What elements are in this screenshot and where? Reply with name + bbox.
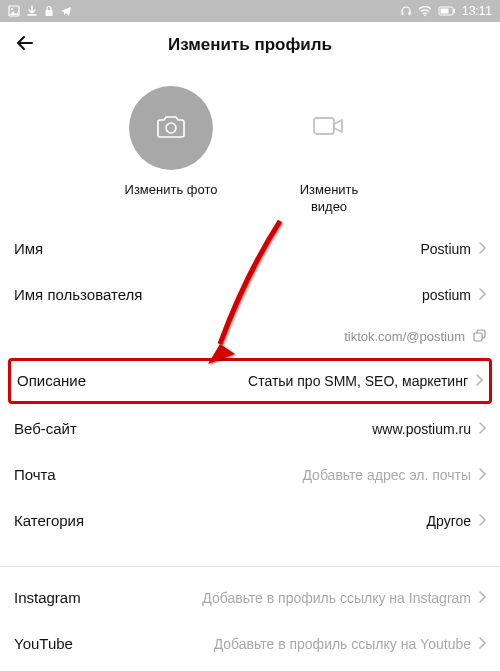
row-website[interactable]: Веб-сайт www.postium.ru bbox=[14, 406, 486, 452]
media-row: Изменить фото Изменить видео bbox=[0, 68, 500, 226]
row-name-label: Имя bbox=[14, 240, 43, 257]
chevron-right-icon bbox=[479, 241, 486, 257]
change-photo-label: Изменить фото bbox=[125, 182, 218, 199]
row-instagram-label: Instagram bbox=[14, 589, 81, 606]
row-username-label: Имя пользователя bbox=[14, 286, 142, 303]
gallery-icon bbox=[8, 5, 20, 17]
row-website-label: Веб-сайт bbox=[14, 420, 77, 437]
row-youtube[interactable]: YouTube Добавьте в профиль ссылку на You… bbox=[14, 621, 486, 667]
headphones-icon bbox=[400, 5, 412, 17]
chevron-right-icon bbox=[479, 467, 486, 483]
chevron-right-icon bbox=[476, 373, 483, 389]
battery-icon bbox=[438, 6, 456, 16]
row-category[interactable]: Категория Другое bbox=[14, 498, 486, 544]
row-profile-url-value: tiktok.com/@postium bbox=[344, 329, 465, 344]
copy-icon bbox=[473, 329, 486, 345]
page-title: Изменить профиль bbox=[0, 35, 500, 55]
video-placeholder bbox=[287, 86, 371, 170]
telegram-icon bbox=[60, 5, 72, 17]
row-bio-label: Описание bbox=[17, 372, 86, 389]
video-icon bbox=[312, 114, 346, 142]
lock-icon bbox=[44, 5, 54, 17]
download-icon bbox=[26, 5, 38, 17]
chevron-right-icon bbox=[479, 287, 486, 303]
svg-rect-3 bbox=[401, 12, 403, 15]
header: Изменить профиль bbox=[0, 22, 500, 68]
svg-rect-4 bbox=[408, 12, 410, 15]
settings-list: Имя Postium Имя пользователя postium tik… bbox=[0, 226, 500, 667]
status-bar: 13:11 bbox=[0, 0, 500, 22]
avatar-placeholder bbox=[129, 86, 213, 170]
chevron-right-icon bbox=[479, 636, 486, 652]
row-username-value: postium bbox=[422, 287, 471, 303]
row-email-label: Почта bbox=[14, 466, 56, 483]
camera-icon bbox=[156, 113, 186, 143]
row-category-label: Категория bbox=[14, 512, 84, 529]
chevron-right-icon bbox=[479, 513, 486, 529]
svg-point-9 bbox=[166, 123, 176, 133]
chevron-right-icon bbox=[479, 421, 486, 437]
row-name-value: Postium bbox=[420, 241, 471, 257]
row-name[interactable]: Имя Postium bbox=[14, 226, 486, 272]
svg-rect-2 bbox=[46, 10, 53, 16]
status-time: 13:11 bbox=[462, 4, 492, 18]
row-email-placeholder: Добавьте адрес эл. почты bbox=[302, 467, 471, 483]
svg-rect-7 bbox=[440, 9, 448, 14]
change-video-button[interactable]: Изменить видео bbox=[274, 86, 384, 216]
back-button[interactable] bbox=[14, 32, 36, 58]
row-instagram-placeholder: Добавьте в профиль ссылку на Instagram bbox=[202, 590, 471, 606]
chevron-right-icon bbox=[479, 590, 486, 606]
svg-point-1 bbox=[11, 8, 13, 10]
svg-rect-10 bbox=[314, 118, 334, 134]
svg-point-5 bbox=[424, 15, 426, 17]
row-youtube-placeholder: Добавьте в профиль ссылку на Youtube bbox=[214, 636, 471, 652]
row-username[interactable]: Имя пользователя postium bbox=[14, 272, 486, 318]
row-youtube-label: YouTube bbox=[14, 635, 73, 652]
change-photo-button[interactable]: Изменить фото bbox=[116, 86, 226, 216]
row-bio[interactable]: Описание Статьи про SMM, SEO, маркетинг bbox=[8, 358, 492, 404]
row-bio-value: Статьи про SMM, SEO, маркетинг bbox=[248, 373, 468, 389]
svg-rect-12 bbox=[474, 333, 482, 341]
row-website-value: www.postium.ru bbox=[372, 421, 471, 437]
svg-rect-8 bbox=[453, 9, 455, 13]
row-category-value: Другое bbox=[427, 513, 471, 529]
wifi-icon bbox=[418, 5, 432, 17]
change-video-label: Изменить видео bbox=[300, 182, 359, 216]
row-email[interactable]: Почта Добавьте адрес эл. почты bbox=[14, 452, 486, 498]
row-profile-url[interactable]: tiktok.com/@postium bbox=[14, 318, 486, 356]
row-instagram[interactable]: Instagram Добавьте в профиль ссылку на I… bbox=[14, 575, 486, 621]
